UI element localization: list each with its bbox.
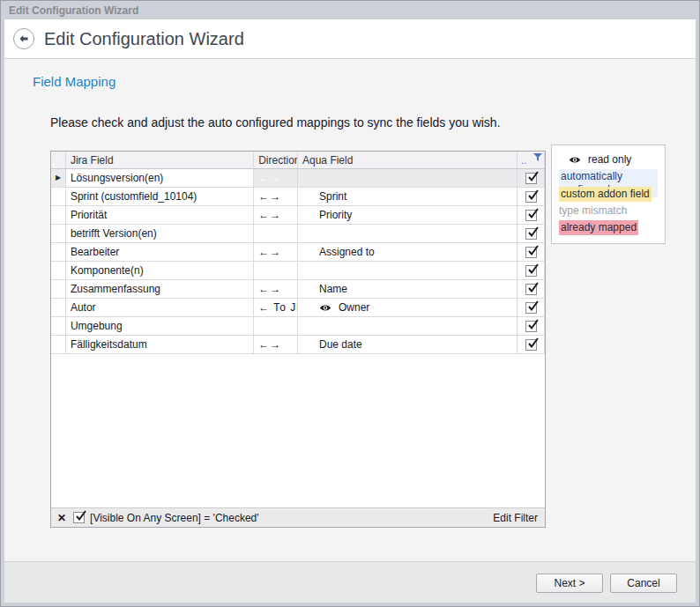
aqua-field-cell[interactable] xyxy=(298,317,518,336)
aqua-field-cell[interactable]: Assigned to xyxy=(298,243,518,262)
eye-icon xyxy=(569,156,581,164)
legend-item-addon: custom addon field xyxy=(559,186,658,202)
direction-cell[interactable]: ←→ xyxy=(254,243,298,262)
row-checkbox[interactable] xyxy=(525,339,537,351)
grid-empty-area xyxy=(51,354,545,507)
table-row[interactable]: Komponente(n) xyxy=(51,262,545,280)
direction-cell[interactable]: ←→ xyxy=(254,188,298,206)
column-header-checked[interactable]: .. xyxy=(518,152,545,169)
aqua-field-value: Owner xyxy=(339,301,369,314)
back-arrow-icon xyxy=(18,33,30,45)
row-indicator-cell xyxy=(51,243,66,262)
jira-field-cell[interactable]: Umgebung xyxy=(66,317,254,336)
table-row[interactable]: Bearbeiter←→Assigned to xyxy=(51,243,545,262)
checked-cell[interactable] xyxy=(518,317,545,336)
checked-cell[interactable] xyxy=(518,243,545,262)
row-indicator-cell xyxy=(51,280,66,299)
column-header-aqua-field[interactable]: Aqua Field xyxy=(298,152,518,169)
grid-header-row: Jira Field Direction Aqua Field .. xyxy=(51,152,545,169)
direction-cell[interactable]: ←→ xyxy=(254,280,298,299)
row-checkbox[interactable] xyxy=(525,284,537,295)
direction-cell[interactable]: ←→ xyxy=(254,169,298,188)
legend-item-label: custom addon field xyxy=(559,187,652,202)
checked-cell[interactable] xyxy=(518,206,545,225)
table-row[interactable]: Priorität←→Priority xyxy=(51,206,545,225)
checked-cell[interactable] xyxy=(518,299,545,317)
direction-cell[interactable] xyxy=(254,225,298,243)
cancel-button[interactable]: Cancel xyxy=(610,574,677,593)
aqua-field-cell[interactable]: Priority xyxy=(298,206,518,225)
aqua-field-value: Sprint xyxy=(319,190,346,203)
next-button[interactable]: Next > xyxy=(536,574,603,593)
direction-cell[interactable] xyxy=(254,262,298,280)
aqua-field-cell[interactable] xyxy=(298,225,518,243)
jira-field-cell[interactable]: Komponente(n) xyxy=(66,262,254,280)
jira-field-cell[interactable]: Bearbeiter xyxy=(66,243,254,262)
legend-item-label: type mismatch xyxy=(559,204,629,218)
aqua-field-cell[interactable] xyxy=(298,262,518,280)
aqua-field-cell[interactable] xyxy=(298,169,518,188)
row-checkbox[interactable] xyxy=(525,247,537,258)
row-checkbox[interactable] xyxy=(525,321,537,332)
checked-cell[interactable] xyxy=(518,262,545,280)
direction-cell[interactable] xyxy=(254,317,298,336)
jira-field-cell[interactable]: Zusammenfassung xyxy=(66,280,254,299)
mapping-grid: Jira Field Direction Aqua Field .. ▶Lösu… xyxy=(50,151,546,528)
jira-field-cell[interactable]: Priorität xyxy=(66,206,254,225)
legend-items: automatically configuredcustom addon fie… xyxy=(559,169,658,235)
table-row[interactable]: ▶Lösungsversion(en)←→ xyxy=(51,169,545,188)
row-checkbox[interactable] xyxy=(525,302,537,314)
page-title: Edit Configuration Wizard xyxy=(44,29,244,49)
row-checkbox[interactable] xyxy=(525,210,537,221)
column-header-jira-field[interactable]: Jira Field xyxy=(66,152,254,169)
jira-field-cell[interactable]: betrifft Version(en) xyxy=(66,225,254,243)
aqua-field-cell[interactable]: Owner xyxy=(298,299,518,317)
back-button[interactable] xyxy=(13,28,34,49)
checked-cell[interactable] xyxy=(518,280,545,299)
filter-expression: [Visible On Any Screen] = 'Checked' xyxy=(90,512,258,524)
jira-field-cell[interactable]: Lösungsversion(en) xyxy=(66,169,254,188)
direction-cell[interactable]: ← To Jira xyxy=(254,299,298,317)
table-row[interactable]: Umgebung xyxy=(51,317,545,336)
direction-cell[interactable]: ←→ xyxy=(254,336,298,354)
filter-funnel-icon[interactable] xyxy=(533,153,542,161)
aqua-field-value: Priority xyxy=(319,209,352,221)
window-title: Edit Configuration Wizard xyxy=(9,4,138,17)
filter-enabled-checkbox[interactable] xyxy=(73,512,85,523)
checked-cell[interactable] xyxy=(518,169,545,188)
row-indicator-cell xyxy=(51,225,66,243)
checked-cell[interactable] xyxy=(518,225,545,243)
direction-cell[interactable]: ←→ xyxy=(254,206,298,225)
row-indicator-cell xyxy=(51,262,66,280)
legend-panel: read only automatically configuredcustom… xyxy=(551,144,666,244)
checked-cell[interactable] xyxy=(518,336,545,354)
client-area: Edit Configuration Wizard Field Mapping … xyxy=(4,19,696,603)
aqua-field-cell[interactable]: Name xyxy=(298,280,518,299)
eye-icon xyxy=(319,304,331,312)
table-row[interactable]: betrifft Version(en) xyxy=(51,225,545,243)
row-checkbox[interactable] xyxy=(525,173,537,184)
table-row[interactable]: Sprint (customfield_10104)←→Sprint xyxy=(51,188,545,206)
edit-filter-button[interactable]: Edit Filter xyxy=(493,512,538,524)
table-row[interactable]: Fälligkeitsdatum←→Due date xyxy=(51,336,545,354)
row-checkbox[interactable] xyxy=(525,191,537,203)
aqua-field-value: Assigned to xyxy=(319,246,375,258)
table-row[interactable]: Zusammenfassung←→Name xyxy=(51,280,545,299)
jira-field-cell[interactable]: Fälligkeitsdatum xyxy=(66,336,254,354)
jira-field-cell[interactable]: Sprint (customfield_10104) xyxy=(66,188,254,206)
row-indicator-cell xyxy=(51,299,66,317)
titlebar[interactable]: Edit Configuration Wizard xyxy=(4,1,696,19)
checked-cell[interactable] xyxy=(518,188,545,206)
column-header-direction[interactable]: Direction xyxy=(254,152,298,169)
aqua-field-cell[interactable]: Sprint xyxy=(298,188,518,206)
aqua-field-cell[interactable]: Due date xyxy=(298,336,518,354)
current-row-indicator: ▶ xyxy=(56,174,61,181)
clear-filter-button[interactable]: ✕ xyxy=(57,512,66,524)
legend-item-label: already mapped xyxy=(559,220,638,235)
row-indicator-cell xyxy=(51,188,66,206)
jira-field-cell[interactable]: Autor xyxy=(66,299,254,317)
table-row[interactable]: Autor← To JiraOwner xyxy=(51,299,545,317)
row-checkbox[interactable] xyxy=(525,228,537,240)
row-checkbox[interactable] xyxy=(525,265,537,277)
legend-item-mapped: already mapped xyxy=(559,219,658,235)
